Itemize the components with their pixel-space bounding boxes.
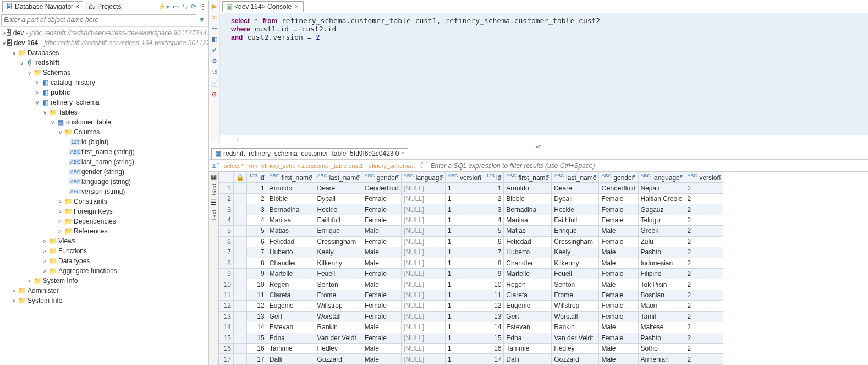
row-number[interactable]: 7 [219,247,234,258]
cell[interactable]: 2 [685,236,723,247]
cell[interactable]: Dalli [267,354,315,365]
schema-public[interactable]: >◧public [0,88,208,97]
row-lock[interactable] [234,290,247,300]
cell[interactable]: 1 [446,226,484,236]
cell[interactable]: Senton [552,279,599,290]
node-refs[interactable]: >📁References [0,226,208,236]
cell[interactable]: 2 [685,226,723,236]
cell[interactable]: Martelle [504,268,552,279]
twisty-icon[interactable]: ∨ [2,40,6,46]
cell[interactable]: Rankin [552,322,599,333]
row-number[interactable]: 12 [219,301,234,311]
twisty-icon[interactable]: ∨ [25,70,33,76]
cell[interactable]: Dyball [315,193,362,204]
cell[interactable]: Arnoldo [504,183,552,193]
close-icon[interactable]: × [294,3,300,10]
grid-view-tab[interactable]: Grid [211,181,217,199]
cell[interactable]: 3 [247,204,267,215]
cell[interactable]: 1 [446,247,484,258]
cell[interactable]: 1 [446,258,484,268]
cell[interactable]: Female [599,290,638,300]
twisty-icon[interactable]: ∨ [10,50,18,56]
execute-icon[interactable]: ▶ [211,2,218,10]
col-header-last_name[interactable]: ABC last_name▼ [315,172,362,183]
schema-refinery[interactable]: ∨◧refinery_schema [0,97,208,107]
execute-script-icon[interactable]: ⧐ [211,13,218,21]
twisty-icon[interactable]: ∨ [33,100,41,106]
cell[interactable]: 12 [247,301,267,311]
cell[interactable]: Maritsa [267,215,315,225]
cell[interactable]: Edna [267,333,315,343]
refresh-icon[interactable]: ⟳ [191,3,196,10]
cell[interactable]: Male [599,322,638,333]
text-view-tab[interactable]: Text [211,206,217,224]
cell[interactable]: 3 [484,204,504,215]
cell[interactable]: 1 [446,193,484,204]
cell[interactable]: Cressingham [552,236,599,247]
cell[interactable]: Deare [552,183,599,193]
cell[interactable]: Faithfull [552,215,599,225]
results-tab[interactable]: ▦ redshift_refinery_schema_customer_tabl… [211,148,408,159]
cell[interactable]: [NULL] [401,311,445,322]
cell[interactable]: [NULL] [401,236,445,247]
row-number[interactable]: 2 [219,193,234,204]
lock-header[interactable]: 🔒 [234,172,247,183]
cell[interactable]: Genderfluid [599,183,638,193]
cell[interactable]: Male [362,258,401,268]
cell[interactable]: Bernadina [267,204,315,215]
sql-editor[interactable]: select * from refinery_schema.customer_t… [220,13,868,135]
cell[interactable]: Felicdad [267,236,315,247]
cell[interactable]: Female [599,236,638,247]
rownum-header[interactable] [219,172,234,183]
twisty-icon[interactable]: ∨ [18,60,25,66]
cell[interactable]: Gert [504,311,552,322]
col-header-id[interactable]: 123 id▼ [484,172,504,183]
cell[interactable]: Maritsa [504,215,552,225]
twisty-icon[interactable]: > [56,219,64,225]
revert-icon[interactable]: ⊘ [211,90,218,98]
cell[interactable]: Haitian Creole [638,193,685,204]
close-icon[interactable]: × [75,3,79,10]
cell[interactable]: 5 [247,226,267,236]
cell[interactable]: 14 [484,322,504,333]
twisty-icon[interactable]: > [10,288,18,294]
cell[interactable]: Female [362,301,401,311]
row-lock[interactable] [234,322,247,333]
cell[interactable]: 2 [685,215,723,225]
node-constraints[interactable]: >📁Constraints [0,197,208,206]
col-id[interactable]: 123id (bigint) [0,137,208,147]
cell[interactable]: Pashto [638,247,685,258]
nav-filter-input[interactable] [1,14,196,25]
cell[interactable]: Clareta [504,290,552,300]
twisty-icon[interactable]: > [41,238,48,244]
twisty-icon[interactable]: > [10,298,18,304]
cell[interactable]: 11 [484,290,504,300]
cell[interactable]: Nepali [638,183,685,193]
cell[interactable]: Feuell [552,268,599,279]
filter-icon[interactable]: ▼ [196,16,207,24]
cell[interactable]: Greek [638,226,685,236]
cell[interactable]: 1 [484,183,504,193]
twisty-icon[interactable]: ∨ [48,119,56,126]
col-header-first_name[interactable]: ABC first_name▼ [267,172,315,183]
row-number[interactable]: 4 [219,215,234,225]
row-lock[interactable] [234,333,247,343]
twisty-icon[interactable]: > [33,90,41,96]
cell[interactable]: Worstall [552,311,599,322]
cell[interactable]: Willstrop [315,301,362,311]
tab-projects[interactable]: 🗂 Projects [85,2,124,12]
sql-toggle-icon[interactable]: ⊞ᵀ [209,162,222,170]
cell[interactable]: Kilkenny [315,258,362,268]
stop-icon[interactable]: ◧ [211,35,218,43]
cell[interactable]: Filipino [638,268,685,279]
cell[interactable]: Rankin [315,322,362,333]
new-connection-icon[interactable]: ⚡▾ [158,3,169,10]
cell[interactable]: Gert [267,311,315,322]
more-icon[interactable]: ⋮ [200,3,206,10]
cell[interactable]: Female [362,268,401,279]
editor-tab-console[interactable]: ▣ <dev 164> Console × [222,1,304,12]
cell[interactable]: 1 [446,333,484,343]
cell[interactable]: Dalli [504,354,552,365]
cell[interactable]: Matias [267,226,315,236]
cell[interactable]: 8 [247,258,267,268]
